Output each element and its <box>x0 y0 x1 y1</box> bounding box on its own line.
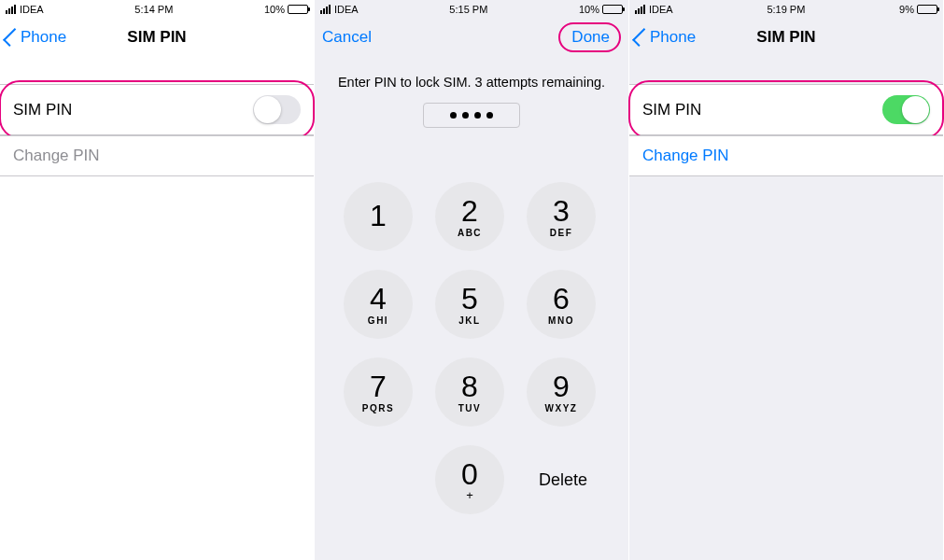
battery-pct: 9% <box>899 4 914 15</box>
keypad: 1 2ABC 3DEF 4GHI 5JKL 6MNO 7PQRS 8TUV 9W… <box>315 180 628 516</box>
back-label: Phone <box>650 28 696 47</box>
delete-button[interactable]: Delete <box>527 470 599 490</box>
key-6[interactable]: 6MNO <box>527 270 596 339</box>
battery-pct: 10% <box>579 4 599 15</box>
status-bar: IDEA 5:15 PM 10% <box>315 0 628 17</box>
key-2[interactable]: 2ABC <box>435 182 504 251</box>
carrier-label: IDEA <box>20 4 44 15</box>
status-bar: IDEA 5:19 PM 9% <box>629 0 943 17</box>
sim-pin-toggle[interactable] <box>882 95 930 124</box>
highlight-annotation: Done <box>558 22 621 52</box>
key-7[interactable]: 7PQRS <box>344 357 413 427</box>
done-button[interactable]: Done <box>571 28 610 47</box>
sim-pin-label: SIM PIN <box>13 101 72 119</box>
change-pin-label: Change PIN <box>642 147 729 165</box>
pin-input[interactable] <box>423 103 520 128</box>
screen-2: IDEA 5:15 PM 10% Cancel Done Enter PIN t… <box>315 0 629 560</box>
pin-dot <box>462 112 469 119</box>
key-4[interactable]: 4GHI <box>344 270 413 339</box>
carrier-label: IDEA <box>649 4 673 15</box>
signal-bars-icon <box>6 5 16 14</box>
cancel-button[interactable]: Cancel <box>322 28 372 47</box>
back-label: Phone <box>21 28 66 47</box>
carrier-label: IDEA <box>334 4 359 15</box>
clock: 5:14 PM <box>134 4 173 15</box>
key-9[interactable]: 9WXYZ <box>527 357 596 427</box>
battery-icon <box>602 5 623 14</box>
battery-icon <box>917 5 937 14</box>
sim-pin-row[interactable]: SIM PIN <box>0 84 314 135</box>
change-pin-row: Change PIN <box>0 135 314 176</box>
clock: 5:19 PM <box>767 4 805 15</box>
back-button[interactable]: Phone <box>637 28 696 47</box>
signal-bars-icon <box>635 5 645 14</box>
status-bar: IDEA 5:14 PM 10% <box>0 0 314 17</box>
sim-pin-toggle[interactable] <box>253 95 301 124</box>
key-1[interactable]: 1 <box>344 182 413 251</box>
sim-pin-row[interactable]: SIM PIN <box>629 84 943 135</box>
screen-1: IDEA 5:14 PM 10% Phone SIM PIN SIM PIN C… <box>0 0 315 560</box>
clock: 5:15 PM <box>449 4 487 15</box>
battery-icon <box>288 5 308 14</box>
change-pin-label: Change PIN <box>13 147 100 165</box>
signal-bars-icon <box>320 5 331 14</box>
nav-bar: Phone SIM PIN <box>629 17 943 58</box>
back-button[interactable]: Phone <box>7 28 66 47</box>
pin-prompt: Enter PIN to lock SIM. 3 attempts remain… <box>315 75 628 90</box>
battery-pct: 10% <box>264 4 285 15</box>
sim-pin-label: SIM PIN <box>642 101 701 119</box>
pin-dot <box>474 112 481 119</box>
screen-3: IDEA 5:19 PM 9% Phone SIM PIN SIM PIN Ch… <box>629 0 944 560</box>
key-8[interactable]: 8TUV <box>435 357 504 427</box>
key-5[interactable]: 5JKL <box>435 270 504 339</box>
key-3[interactable]: 3DEF <box>527 182 596 251</box>
key-0[interactable]: 0+ <box>435 445 504 514</box>
pin-dot <box>486 112 493 119</box>
pin-dot <box>450 112 457 119</box>
nav-bar: Phone SIM PIN <box>0 17 314 58</box>
change-pin-row[interactable]: Change PIN <box>629 135 943 176</box>
nav-bar: Cancel Done <box>315 17 628 58</box>
